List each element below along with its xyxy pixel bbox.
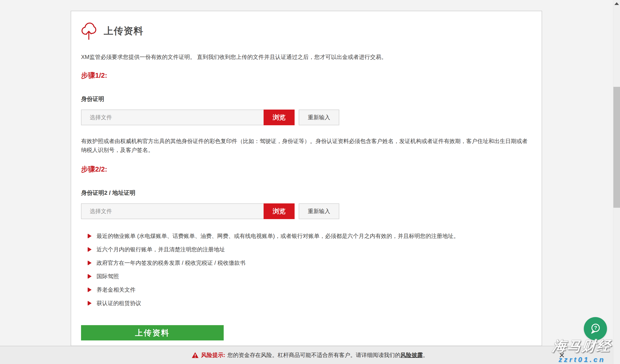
list-item: 近六个月内的银行账单，并且清楚注明您的注册地址 — [88, 245, 532, 254]
file-name-input-2[interactable] — [81, 204, 264, 219]
risk-prefix: 风险提示: — [201, 351, 225, 359]
accepted-documents-list: 最近的物业账单 (水电煤账单、话费账单、油费、网费、或有线电视账单)，或者银行对… — [81, 232, 532, 307]
file-name-input-1[interactable] — [81, 110, 264, 125]
document-option: 最近的物业账单 (水电煤账单、话费账单、油费、网费、或有线电视账单)，或者银行对… — [96, 232, 459, 240]
list-item: 养老金相关文件 — [88, 286, 532, 294]
file-box-2: 浏览 — [81, 203, 294, 219]
file-upload-row-1: 浏览 重新输入 — [81, 109, 532, 125]
risk-warning-content: 风险提示: 您的资金存在风险。杠杆商品可能不适合所有客户。请详细阅读我们的 风险… — [192, 351, 428, 359]
close-icon[interactable]: × — [559, 350, 565, 360]
bullet-arrow-icon — [88, 247, 92, 252]
bullet-arrow-icon — [88, 274, 92, 279]
card-header: 上传资料 — [81, 21, 532, 41]
risk-text: 您的资金存在风险。杠杆商品可能不适合所有客户。请详细阅读我们的 — [227, 351, 401, 359]
question-bubble-icon: ? — [589, 322, 602, 335]
step-1-description: 有效护照或者由权威机构官方出具的其他身份证件的彩色复印件（比如：驾驶证，身份证等… — [81, 137, 532, 155]
intro-text: XM监管必须要求您提供一份有效的文件证明。 直到我们收到您上传的文件并且认证通过… — [81, 53, 532, 61]
step-1-field-label: 身份证明 — [81, 95, 532, 103]
list-item: 国际驾照 — [88, 272, 532, 280]
bullet-arrow-icon — [88, 234, 92, 239]
document-option: 养老金相关文件 — [96, 286, 136, 293]
cloud-upload-icon — [81, 21, 96, 41]
scrollbar-thumb[interactable] — [613, 87, 620, 208]
risk-warning-bar: 风险提示: 您的资金存在风险。杠杆商品可能不适合所有客户。请详细阅读我们的 风险… — [0, 346, 620, 364]
browse-button-1[interactable]: 浏览 — [264, 109, 294, 125]
scrollbar-up-arrow-icon[interactable] — [614, 2, 619, 5]
bullet-arrow-icon — [88, 287, 92, 292]
step-2-heading: 步骤2/2: — [81, 165, 532, 174]
step-2-field-label: 身份证明2 / 地址证明 — [81, 189, 532, 197]
document-option: 国际驾照 — [96, 273, 119, 280]
document-option: 政府官方在一年内签发的税务发票 / 税收完税证 / 税收缴款书 — [96, 259, 245, 267]
bullet-arrow-icon — [88, 301, 92, 306]
risk-disclosure-link[interactable]: 风险披露 — [401, 351, 423, 359]
document-option: 近六个月内的银行账单，并且清楚注明您的注册地址 — [96, 246, 225, 253]
step-1-heading: 步骤1/2: — [81, 71, 532, 80]
risk-suffix: 。 — [423, 351, 428, 359]
browse-button-2[interactable]: 浏览 — [264, 203, 294, 219]
svg-text:?: ? — [594, 325, 597, 331]
list-item: 政府官方在一年内签发的税务发票 / 税收完税证 / 税收缴款书 — [88, 259, 532, 267]
document-option: 获认证的租赁协议 — [96, 300, 141, 307]
upload-submit-button[interactable]: 上传资料 — [81, 325, 224, 340]
page-scrollbar[interactable] — [613, 0, 620, 364]
warning-triangle-icon — [192, 352, 199, 358]
upload-card: 上传资料 XM监管必须要求您提供一份有效的文件证明。 直到我们收到您上传的文件并… — [71, 11, 542, 346]
list-item: 最近的物业账单 (水电煤账单、话费账单、油费、网费、或有线电视账单)，或者银行对… — [88, 232, 532, 240]
list-item: 获认证的租赁协议 — [88, 299, 532, 307]
reset-button-2[interactable]: 重新输入 — [299, 203, 339, 219]
reset-button-1[interactable]: 重新输入 — [299, 109, 339, 125]
help-button[interactable]: ? — [584, 317, 607, 340]
file-upload-row-2: 浏览 重新输入 — [81, 203, 532, 219]
page-title: 上传资料 — [104, 25, 143, 37]
bullet-arrow-icon — [88, 260, 92, 265]
file-box-1: 浏览 — [81, 109, 294, 125]
